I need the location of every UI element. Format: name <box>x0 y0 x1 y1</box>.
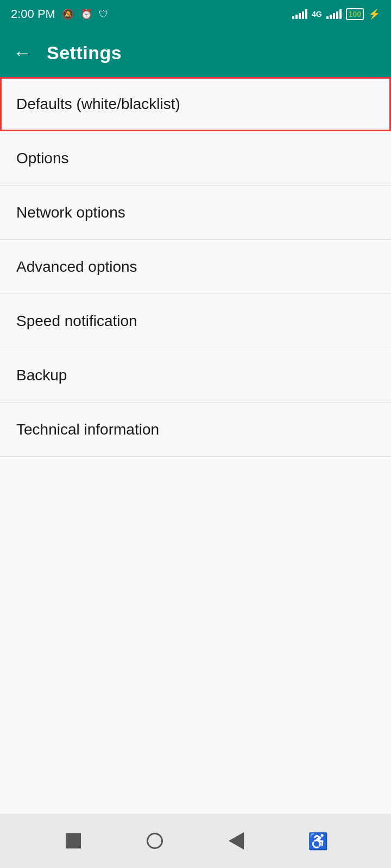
back-button[interactable]: ← <box>13 43 31 62</box>
menu-item-speed-notification[interactable]: Speed notification <box>0 294 391 348</box>
nav-back-button[interactable] <box>220 825 253 857</box>
nav-home-button[interactable] <box>138 825 171 857</box>
shield-icon: 🛡 <box>99 9 109 20</box>
menu-item-label-options: Options <box>16 150 69 167</box>
signal-icon-2 <box>326 9 342 19</box>
home-icon <box>147 833 163 849</box>
nav-accessibility-button[interactable]: ♿ <box>301 825 334 857</box>
settings-menu-list: Defaults (white/blacklist)OptionsNetwork… <box>0 77 391 814</box>
nav-bar: ♿ <box>0 814 391 868</box>
menu-item-defaults[interactable]: Defaults (white/blacklist) <box>0 77 391 131</box>
accessibility-icon: ♿ <box>308 832 328 851</box>
battery-indicator: 100 <box>346 8 364 20</box>
status-bar: 2:00 PM 🔕 ⏰ 🛡 4G 100 ⚡ <box>0 0 391 28</box>
page-title: Settings <box>47 42 122 63</box>
menu-item-label-defaults: Defaults (white/blacklist) <box>16 95 180 113</box>
alarm-icon: ⏰ <box>80 8 92 20</box>
menu-item-label-advanced-options: Advanced options <box>16 258 137 276</box>
recents-icon <box>66 833 81 848</box>
nav-recents-button[interactable] <box>57 825 90 857</box>
charging-icon: ⚡ <box>368 8 380 20</box>
mute-icon: 🔕 <box>62 8 74 20</box>
menu-item-options[interactable]: Options <box>0 131 391 186</box>
app-bar: ← Settings <box>0 28 391 77</box>
status-right: 4G 100 ⚡ <box>292 8 380 20</box>
menu-item-network-options[interactable]: Network options <box>0 186 391 240</box>
menu-item-advanced-options[interactable]: Advanced options <box>0 240 391 294</box>
menu-item-backup[interactable]: Backup <box>0 348 391 403</box>
back-nav-icon <box>229 832 244 850</box>
menu-item-label-backup: Backup <box>16 367 67 384</box>
signal-icon <box>292 9 307 19</box>
menu-item-technical-information[interactable]: Technical information <box>0 403 391 457</box>
status-left: 2:00 PM 🔕 ⏰ 🛡 <box>11 7 109 21</box>
status-time: 2:00 PM <box>11 7 55 21</box>
menu-item-label-technical-information: Technical information <box>16 421 159 438</box>
menu-item-label-speed-notification: Speed notification <box>16 312 137 330</box>
network-type-icon: 4G <box>312 10 322 18</box>
menu-item-label-network-options: Network options <box>16 204 125 221</box>
